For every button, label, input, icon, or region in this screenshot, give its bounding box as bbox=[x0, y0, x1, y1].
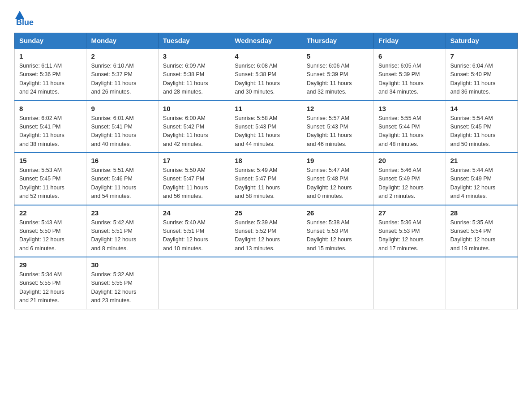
calendar-cell: 11Sunrise: 5:58 AMSunset: 5:43 PMDayligh… bbox=[230, 101, 302, 153]
day-info: Sunrise: 6:10 AMSunset: 5:37 PMDaylight:… bbox=[91, 62, 153, 97]
day-info: Sunrise: 5:53 AMSunset: 5:45 PMDaylight:… bbox=[19, 166, 82, 201]
day-number: 29 bbox=[19, 261, 82, 269]
day-number: 22 bbox=[19, 209, 82, 217]
calendar-header-sunday: Sunday bbox=[15, 33, 86, 49]
week-row-3: 15Sunrise: 5:53 AMSunset: 5:45 PMDayligh… bbox=[15, 153, 518, 205]
page-header: Blue bbox=[14, 11, 518, 27]
day-number: 23 bbox=[91, 209, 153, 217]
day-number: 10 bbox=[163, 105, 225, 112]
day-number: 20 bbox=[378, 157, 441, 164]
day-number: 14 bbox=[450, 105, 513, 112]
day-info: Sunrise: 5:35 AMSunset: 5:54 PMDaylight:… bbox=[450, 218, 513, 253]
day-info: Sunrise: 5:58 AMSunset: 5:43 PMDaylight:… bbox=[235, 114, 297, 149]
calendar-cell: 13Sunrise: 5:55 AMSunset: 5:44 PMDayligh… bbox=[374, 101, 446, 153]
calendar-table: SundayMondayTuesdayWednesdayThursdayFrid… bbox=[14, 33, 518, 309]
day-number: 30 bbox=[91, 261, 153, 269]
day-info: Sunrise: 5:51 AMSunset: 5:46 PMDaylight:… bbox=[91, 166, 153, 201]
calendar-header-monday: Monday bbox=[86, 33, 158, 49]
week-row-4: 22Sunrise: 5:43 AMSunset: 5:50 PMDayligh… bbox=[15, 205, 518, 257]
day-info: Sunrise: 5:54 AMSunset: 5:45 PMDaylight:… bbox=[450, 114, 513, 149]
calendar-cell: 28Sunrise: 5:35 AMSunset: 5:54 PMDayligh… bbox=[446, 205, 517, 257]
day-number: 2 bbox=[91, 52, 153, 60]
day-info: Sunrise: 5:50 AMSunset: 5:47 PMDaylight:… bbox=[163, 166, 225, 201]
day-info: Sunrise: 5:55 AMSunset: 5:44 PMDaylight:… bbox=[378, 114, 441, 149]
day-number: 18 bbox=[235, 157, 297, 164]
calendar-cell: 23Sunrise: 5:42 AMSunset: 5:51 PMDayligh… bbox=[86, 205, 158, 257]
day-info: Sunrise: 6:02 AMSunset: 5:41 PMDaylight:… bbox=[19, 114, 82, 149]
day-info: Sunrise: 6:01 AMSunset: 5:41 PMDaylight:… bbox=[91, 114, 153, 149]
calendar-cell: 1Sunrise: 6:11 AMSunset: 5:36 PMDaylight… bbox=[15, 48, 86, 101]
day-number: 4 bbox=[235, 52, 297, 60]
day-number: 7 bbox=[450, 52, 513, 60]
calendar-cell: 21Sunrise: 5:44 AMSunset: 5:49 PMDayligh… bbox=[446, 153, 517, 205]
day-info: Sunrise: 5:42 AMSunset: 5:51 PMDaylight:… bbox=[91, 218, 153, 253]
calendar-header-friday: Friday bbox=[374, 33, 446, 49]
day-number: 11 bbox=[235, 105, 297, 112]
calendar-cell bbox=[158, 257, 230, 309]
day-info: Sunrise: 5:38 AMSunset: 5:53 PMDaylight:… bbox=[307, 218, 369, 253]
week-row-5: 29Sunrise: 5:34 AMSunset: 5:55 PMDayligh… bbox=[15, 257, 518, 309]
calendar-cell: 16Sunrise: 5:51 AMSunset: 5:46 PMDayligh… bbox=[86, 153, 158, 205]
calendar-header-thursday: Thursday bbox=[302, 33, 373, 49]
day-number: 26 bbox=[307, 209, 369, 217]
calendar-cell bbox=[302, 257, 373, 309]
day-number: 12 bbox=[307, 105, 369, 112]
calendar-cell: 19Sunrise: 5:47 AMSunset: 5:48 PMDayligh… bbox=[302, 153, 373, 205]
day-number: 6 bbox=[378, 52, 441, 60]
day-number: 25 bbox=[235, 209, 297, 217]
calendar-header-tuesday: Tuesday bbox=[158, 33, 230, 49]
day-number: 28 bbox=[450, 209, 513, 217]
calendar-cell: 6Sunrise: 6:05 AMSunset: 5:39 PMDaylight… bbox=[374, 48, 446, 101]
day-number: 5 bbox=[307, 52, 369, 60]
logo-underline: Blue bbox=[16, 18, 34, 27]
day-info: Sunrise: 5:44 AMSunset: 5:49 PMDaylight:… bbox=[450, 166, 513, 201]
day-number: 27 bbox=[378, 209, 441, 217]
calendar-header-wednesday: Wednesday bbox=[230, 33, 302, 49]
day-number: 13 bbox=[378, 105, 441, 112]
day-number: 8 bbox=[19, 105, 82, 112]
day-info: Sunrise: 6:09 AMSunset: 5:38 PMDaylight:… bbox=[163, 62, 225, 97]
calendar-cell: 3Sunrise: 6:09 AMSunset: 5:38 PMDaylight… bbox=[158, 48, 230, 101]
day-number: 21 bbox=[450, 157, 513, 164]
day-number: 1 bbox=[19, 52, 82, 60]
calendar-cell: 2Sunrise: 6:10 AMSunset: 5:37 PMDaylight… bbox=[86, 48, 158, 101]
calendar-cell: 22Sunrise: 5:43 AMSunset: 5:50 PMDayligh… bbox=[15, 205, 86, 257]
day-info: Sunrise: 6:08 AMSunset: 5:38 PMDaylight:… bbox=[235, 62, 297, 97]
day-info: Sunrise: 5:32 AMSunset: 5:55 PMDaylight:… bbox=[91, 270, 153, 305]
calendar-cell: 5Sunrise: 6:06 AMSunset: 5:39 PMDaylight… bbox=[302, 48, 373, 101]
day-info: Sunrise: 5:34 AMSunset: 5:55 PMDaylight:… bbox=[19, 270, 82, 305]
day-number: 24 bbox=[163, 209, 225, 217]
calendar-cell: 17Sunrise: 5:50 AMSunset: 5:47 PMDayligh… bbox=[158, 153, 230, 205]
day-info: Sunrise: 5:39 AMSunset: 5:52 PMDaylight:… bbox=[235, 218, 297, 253]
calendar-cell bbox=[230, 257, 302, 309]
calendar-cell: 8Sunrise: 6:02 AMSunset: 5:41 PMDaylight… bbox=[15, 101, 86, 153]
calendar-header-saturday: Saturday bbox=[446, 33, 517, 49]
calendar-cell: 24Sunrise: 5:40 AMSunset: 5:51 PMDayligh… bbox=[158, 205, 230, 257]
day-info: Sunrise: 6:11 AMSunset: 5:36 PMDaylight:… bbox=[19, 62, 82, 97]
week-row-1: 1Sunrise: 6:11 AMSunset: 5:36 PMDaylight… bbox=[15, 48, 518, 101]
day-number: 15 bbox=[19, 157, 82, 164]
day-info: Sunrise: 5:43 AMSunset: 5:50 PMDaylight:… bbox=[19, 218, 82, 253]
day-info: Sunrise: 5:57 AMSunset: 5:43 PMDaylight:… bbox=[307, 114, 369, 149]
day-number: 17 bbox=[163, 157, 225, 164]
day-info: Sunrise: 6:04 AMSunset: 5:40 PMDaylight:… bbox=[450, 62, 513, 97]
day-number: 19 bbox=[307, 157, 369, 164]
calendar-cell: 27Sunrise: 5:36 AMSunset: 5:53 PMDayligh… bbox=[374, 205, 446, 257]
day-info: Sunrise: 6:00 AMSunset: 5:42 PMDaylight:… bbox=[163, 114, 225, 149]
day-info: Sunrise: 5:47 AMSunset: 5:48 PMDaylight:… bbox=[307, 166, 369, 201]
calendar-cell: 4Sunrise: 6:08 AMSunset: 5:38 PMDaylight… bbox=[230, 48, 302, 101]
calendar-header-row: SundayMondayTuesdayWednesdayThursdayFrid… bbox=[15, 33, 518, 49]
calendar-cell: 30Sunrise: 5:32 AMSunset: 5:55 PMDayligh… bbox=[86, 257, 158, 309]
calendar-cell: 20Sunrise: 5:46 AMSunset: 5:49 PMDayligh… bbox=[374, 153, 446, 205]
day-info: Sunrise: 6:06 AMSunset: 5:39 PMDaylight:… bbox=[307, 62, 369, 97]
calendar-cell: 9Sunrise: 6:01 AMSunset: 5:41 PMDaylight… bbox=[86, 101, 158, 153]
day-number: 16 bbox=[91, 157, 153, 164]
day-info: Sunrise: 5:36 AMSunset: 5:53 PMDaylight:… bbox=[378, 218, 441, 253]
calendar-cell: 15Sunrise: 5:53 AMSunset: 5:45 PMDayligh… bbox=[15, 153, 86, 205]
calendar-cell: 18Sunrise: 5:49 AMSunset: 5:47 PMDayligh… bbox=[230, 153, 302, 205]
calendar-cell bbox=[446, 257, 517, 309]
day-info: Sunrise: 5:49 AMSunset: 5:47 PMDaylight:… bbox=[235, 166, 297, 201]
calendar-cell: 10Sunrise: 6:00 AMSunset: 5:42 PMDayligh… bbox=[158, 101, 230, 153]
calendar-cell: 26Sunrise: 5:38 AMSunset: 5:53 PMDayligh… bbox=[302, 205, 373, 257]
calendar-cell bbox=[374, 257, 446, 309]
